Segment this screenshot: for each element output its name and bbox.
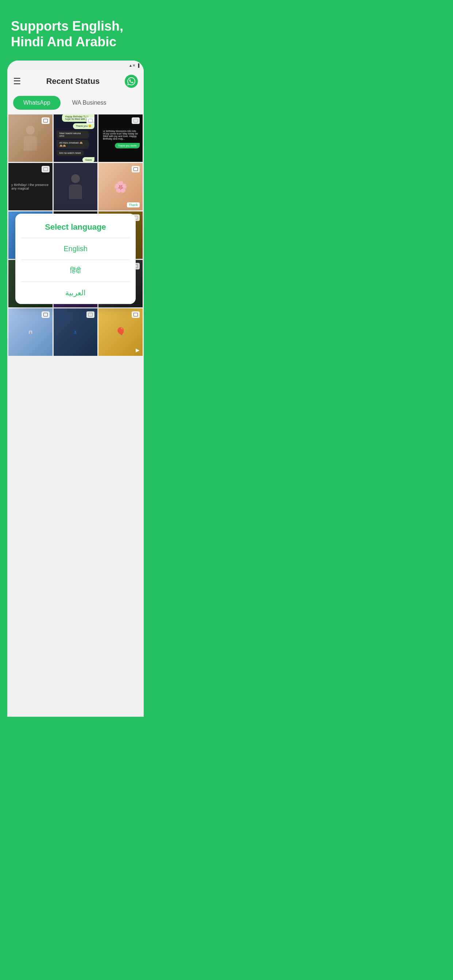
tab-wa-business[interactable]: WA Business xyxy=(65,96,114,110)
app-header: ☰ Recent Status xyxy=(7,70,144,92)
status-bar: ▲✕ ▐ xyxy=(7,60,144,70)
language-option-hindi[interactable]: हिंदी xyxy=(15,260,136,282)
app-header-title: Recent Status xyxy=(46,76,100,86)
signal-icon: ▲✕ xyxy=(129,64,135,67)
grid-item[interactable]: 🎈 ▶ xyxy=(99,309,143,356)
header-section: Supports English, Hindi And Arabic xyxy=(0,0,151,60)
grid-item[interactable] xyxy=(54,163,98,210)
language-dialog: Select language English हिंदी العربية xyxy=(15,214,136,304)
phone-mockup: ▲✕ ▐ ☰ Recent Status WhatsApp WA Busines… xyxy=(7,60,144,717)
grid-item[interactable]: ur birthday blossoms into lots of joy co… xyxy=(99,115,143,162)
whatsapp-logo-button[interactable] xyxy=(125,75,138,88)
grid-item[interactable]: y Birthday! I the presence any magical xyxy=(8,163,53,210)
grid-item[interactable]: Happy Birthday TL! I hope its filled wit… xyxy=(54,115,98,162)
grid-item[interactable]: 👔 xyxy=(8,309,53,356)
grid-item[interactable]: 👗 xyxy=(54,309,98,356)
language-option-arabic[interactable]: العربية xyxy=(15,282,136,304)
play-icon: ▶ xyxy=(136,347,140,353)
menu-icon[interactable]: ☰ xyxy=(13,76,21,86)
grid-item[interactable] xyxy=(8,115,53,162)
language-option-english[interactable]: English xyxy=(15,238,136,259)
tab-bar: WhatsApp WA Business xyxy=(7,92,144,113)
tab-whatsapp[interactable]: WhatsApp xyxy=(13,96,61,110)
dialog-title: Select language xyxy=(15,214,136,238)
page-title: Supports English, Hindi And Arabic xyxy=(11,18,140,49)
grid-item[interactable]: 🌸 Thank xyxy=(99,163,143,210)
battery-icon: ▐ xyxy=(137,64,139,67)
dialog-divider-bottom xyxy=(21,304,130,304)
